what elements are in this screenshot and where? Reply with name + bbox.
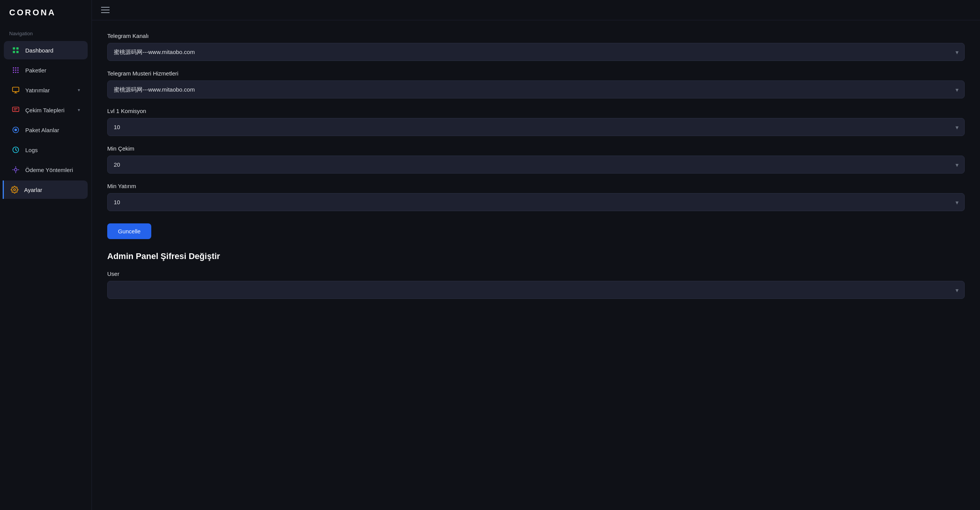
svg-point-7 xyxy=(13,69,14,71)
sidebar-item-ayarlar[interactable]: Ayarlar xyxy=(3,180,88,199)
cekim-icon xyxy=(11,106,20,114)
sidebar-item-label-paket-alanlar: Paket Alanlar xyxy=(25,127,80,133)
telegram-kanali-select[interactable]: 蜜桃源码网---www.mitaobo.com xyxy=(107,43,965,61)
svg-point-6 xyxy=(17,67,18,69)
sidebar-item-paket-alanlar[interactable]: Paket Alanlar xyxy=(4,121,88,139)
settings-content: Telegram Kanalı 蜜桃源码网---www.mitaobo.com … xyxy=(92,20,980,510)
min-yatirim-select[interactable]: 10 xyxy=(107,193,965,211)
user-field-group: User xyxy=(107,271,965,299)
svg-rect-3 xyxy=(16,51,19,53)
logs-icon xyxy=(11,146,20,154)
paketler-icon xyxy=(11,66,20,74)
min-cekim-group: Min Çekim 20 xyxy=(107,145,965,174)
min-cekim-label: Min Çekim xyxy=(107,145,965,152)
lvl1-komisyon-group: Lvl 1 Komisyon 10 xyxy=(107,108,965,136)
min-yatirim-label: Min Yatırım xyxy=(107,183,965,189)
sidebar-item-label-yatirimlar: Yatırımlar xyxy=(25,87,72,93)
min-cekim-wrapper: 20 xyxy=(107,156,965,174)
telegram-kanali-group: Telegram Kanalı 蜜桃源码网---www.mitaobo.com xyxy=(107,33,965,61)
svg-point-9 xyxy=(17,69,18,71)
guncelle-button[interactable]: Guncelle xyxy=(107,223,151,239)
sidebar-item-label-ayarlar: Ayarlar xyxy=(24,187,80,193)
topbar xyxy=(92,0,980,20)
svg-point-4 xyxy=(13,67,14,69)
chevron-down-icon: ▾ xyxy=(78,87,80,93)
svg-point-12 xyxy=(17,72,18,73)
min-yatirim-wrapper: 10 xyxy=(107,193,965,211)
paket-alanlar-icon xyxy=(11,126,20,134)
user-field-label: User xyxy=(107,271,965,277)
telegram-kanali-wrapper: 蜜桃源码网---www.mitaobo.com xyxy=(107,43,965,61)
svg-rect-1 xyxy=(16,48,19,50)
user-field-select[interactable] xyxy=(107,281,965,299)
sidebar-item-label-paketler: Paketler xyxy=(25,67,80,74)
svg-rect-14 xyxy=(13,107,19,112)
svg-point-8 xyxy=(15,69,16,71)
user-field-wrapper xyxy=(107,281,965,299)
nav-label: Navigation xyxy=(0,25,92,40)
password-section-title: Admin Panel Şifresi Değiştir xyxy=(107,251,965,261)
sidebar-item-label-cekim: Çekim Talepleri xyxy=(25,107,72,113)
telegram-musteri-select[interactable]: 蜜桃源码网---www.mitaobo.com xyxy=(107,80,965,98)
svg-rect-2 xyxy=(13,51,15,53)
svg-point-11 xyxy=(15,72,16,73)
sidebar-item-odeme-yontemleri[interactable]: Ödeme Yöntemleri xyxy=(4,161,88,179)
yatirimlar-icon xyxy=(11,86,20,94)
min-cekim-select[interactable]: 20 xyxy=(107,156,965,174)
svg-rect-13 xyxy=(13,87,19,92)
main-content: Telegram Kanalı 蜜桃源码网---www.mitaobo.com … xyxy=(92,0,980,510)
svg-rect-0 xyxy=(13,48,15,50)
sidebar-item-label-dashboard: Dashboard xyxy=(25,47,80,54)
sidebar-item-yatirimlar[interactable]: Yatırımlar ▾ xyxy=(4,81,88,99)
sidebar-item-paketler[interactable]: Paketler xyxy=(4,61,88,79)
min-yatirim-group: Min Yatırım 10 xyxy=(107,183,965,211)
svg-point-5 xyxy=(15,67,16,69)
svg-point-18 xyxy=(15,169,17,171)
svg-point-16 xyxy=(15,129,17,131)
lvl1-komisyon-label: Lvl 1 Komisyon xyxy=(107,108,965,114)
sidebar-item-logs[interactable]: Logs xyxy=(4,141,88,159)
lvl1-komisyon-wrapper: 10 xyxy=(107,118,965,136)
telegram-kanali-label: Telegram Kanalı xyxy=(107,33,965,39)
chevron-down-icon-2: ▾ xyxy=(78,107,80,113)
dashboard-icon xyxy=(11,46,20,54)
telegram-musteri-group: Telegram Musteri Hizmetleri 蜜桃源码网---www.… xyxy=(107,70,965,98)
sidebar-item-label-logs: Logs xyxy=(25,147,80,153)
sidebar-item-label-odeme: Ödeme Yöntemleri xyxy=(25,167,80,173)
app-logo: CORONA xyxy=(0,0,92,25)
hamburger-line-2 xyxy=(101,10,110,10)
svg-point-10 xyxy=(13,72,14,73)
telegram-musteri-label: Telegram Musteri Hizmetleri xyxy=(107,70,965,77)
sidebar: CORONA Navigation Dashboard xyxy=(0,0,92,510)
hamburger-line-1 xyxy=(101,7,110,8)
hamburger-line-3 xyxy=(101,12,110,13)
telegram-musteri-wrapper: 蜜桃源码网---www.mitaobo.com xyxy=(107,80,965,98)
svg-point-19 xyxy=(14,189,16,191)
ayarlar-icon xyxy=(10,185,19,194)
sidebar-item-cekim-talepleri[interactable]: Çekim Talepleri ▾ xyxy=(4,101,88,119)
sidebar-item-dashboard[interactable]: Dashboard xyxy=(4,41,88,59)
hamburger-button[interactable] xyxy=(101,7,110,13)
lvl1-komisyon-select[interactable]: 10 xyxy=(107,118,965,136)
odeme-icon xyxy=(11,166,20,174)
